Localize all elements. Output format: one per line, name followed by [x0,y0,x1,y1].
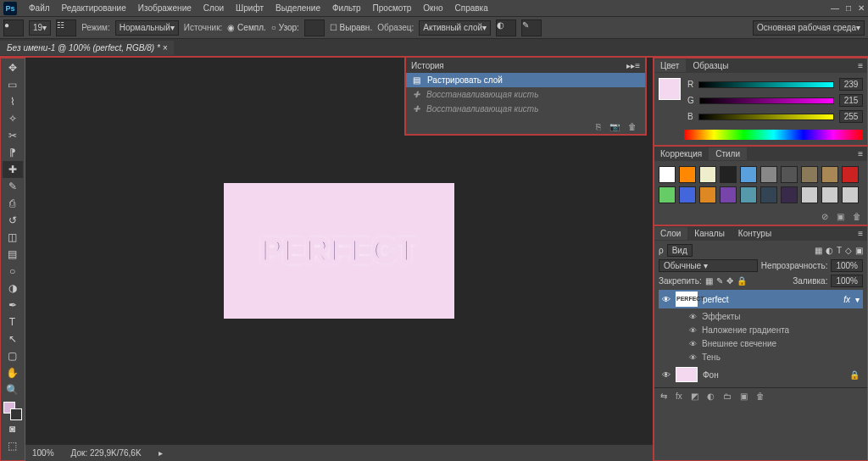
path-tool[interactable]: ↖ [3,330,23,347]
clear-style-icon[interactable]: ⊘ [821,212,828,221]
channels-tab[interactable]: Каналы [687,227,732,240]
fx-badge[interactable]: fx [843,295,850,304]
history-row[interactable]: ▤ Растрировать слой [406,73,645,87]
trash-icon[interactable]: 🗑 [853,212,861,221]
filter-smart-icon[interactable]: ▣ [855,246,863,255]
lock-pos-icon[interactable]: ✥ [726,276,733,286]
history-row[interactable]: ✚ Восстанавливающая кисть [406,87,645,102]
style-swatch[interactable] [821,186,838,203]
tool-preset[interactable]: ● [3,19,24,36]
collapse-icon[interactable]: ▸▸ [626,61,635,70]
menu-filter[interactable]: Фильтр [327,2,366,14]
link-icon[interactable]: ⇆ [660,392,667,401]
r-slider[interactable] [698,81,834,88]
blend-mode[interactable]: Обычные ▾ [659,259,758,272]
panel-menu-icon[interactable]: ≡ [853,149,868,158]
menu-image[interactable]: Изображение [133,2,197,14]
swatches-tab[interactable]: Образцы [686,59,735,72]
style-swatch[interactable] [699,166,716,183]
history-brush-tool[interactable]: ↺ [3,212,23,229]
panel-menu-icon[interactable]: ≡ [635,61,640,70]
lock-trans-icon[interactable]: ▦ [705,276,713,286]
style-swatch[interactable] [740,186,757,203]
fx-gradient[interactable]: 👁 Наложение градиента [659,325,863,336]
menu-window[interactable]: Окно [418,2,448,14]
style-swatch[interactable] [659,166,676,183]
dodge-tool[interactable]: ◑ [3,280,23,297]
menu-view[interactable]: Просмотр [368,2,417,14]
menu-edit[interactable]: Редактирование [57,2,131,14]
spectrum-picker[interactable] [684,130,863,140]
fx-outer-glow[interactable]: 👁 Внешнее свечение [659,338,863,349]
zoom-value[interactable]: 100% [32,448,54,458]
b-slider[interactable] [698,114,834,120]
eraser-tool[interactable]: ◫ [3,229,23,246]
quickmask-icon[interactable]: ◙ [3,420,23,437]
adjustments-tab[interactable]: Коррекция [654,147,709,160]
foreground-swatch[interactable] [659,78,681,100]
history-row[interactable]: ✚ Восстанавливающая кисть [406,102,645,116]
style-swatch[interactable] [659,186,676,203]
opacity-value[interactable]: 100% [831,259,863,272]
style-swatch[interactable] [842,166,859,183]
close-icon[interactable]: ✕ [858,3,865,13]
filter-adj-icon[interactable]: ◐ [826,246,833,255]
new-style-icon[interactable]: ▣ [837,212,844,221]
filter-pixel-icon[interactable]: ▦ [815,246,822,255]
snapshot-icon[interactable]: 📷 [609,122,620,131]
style-swatch[interactable] [842,186,859,203]
shape-tool[interactable]: ▢ [3,347,23,364]
lock-pixels-icon[interactable]: ✎ [716,276,723,286]
gradient-tool[interactable]: ▤ [3,246,23,263]
layer-row[interactable]: 👁 PERFECT perfect fx ▾ [659,290,863,308]
style-swatch[interactable] [801,186,818,203]
move-tool[interactable]: ✥ [3,59,23,76]
fx-expand-icon[interactable]: ▾ [855,295,860,304]
trash-icon[interactable]: 🗑 [756,392,765,401]
filter-shape-icon[interactable]: ◇ [845,246,852,255]
healing-tool[interactable]: ✚ [3,161,23,178]
workspace-select[interactable]: Основная рабочая среда ▾ [753,20,865,36]
info-arrow-icon[interactable]: ▸ [159,448,163,458]
menu-select[interactable]: Выделение [270,2,326,14]
zoom-tool[interactable]: 🔍 [3,381,23,398]
style-swatch[interactable] [699,186,716,203]
style-swatch[interactable] [760,166,777,183]
style-swatch[interactable] [760,186,777,203]
sampled-radio[interactable]: ◉ Семпл. [227,23,265,32]
screenmode-icon[interactable]: ⬚ [3,437,23,454]
style-swatch[interactable] [781,186,798,203]
document-tab[interactable]: Без имени-1 @ 100% (perfect, RGB/8) * × [0,41,174,55]
visibility-icon[interactable]: 👁 [662,295,670,304]
type-tool[interactable]: T [3,314,23,330]
ignore-adj-icon[interactable]: ◐ [496,19,516,36]
lasso-tool[interactable]: ⌇ [3,93,23,110]
style-swatch[interactable] [720,186,737,203]
blur-tool[interactable]: ○ [3,263,23,280]
style-swatch[interactable] [679,186,696,203]
style-swatch[interactable] [720,166,737,183]
layer-name[interactable]: Фон [703,370,719,380]
layer-thumb[interactable] [676,367,698,382]
wand-tool[interactable]: ✧ [3,110,23,127]
group-icon[interactable]: 🗀 [723,392,732,401]
pressure-icon[interactable]: ✎ [521,19,542,36]
color-tab[interactable]: Цвет [654,59,686,72]
paths-tab[interactable]: Контуры [732,227,778,240]
fx-shadow[interactable]: 👁 Тень [659,352,863,363]
styles-tab[interactable]: Стили [709,147,747,160]
trash-icon[interactable]: 🗑 [628,122,637,131]
style-swatch[interactable] [781,166,798,183]
mode-select[interactable]: Нормальный ▾ [115,20,179,36]
hand-tool[interactable]: ✋ [3,364,23,381]
fx-icon[interactable]: fx [676,392,682,401]
brush-preset[interactable]: 19 ▾ [29,20,51,36]
g-value[interactable]: 215 [839,94,863,107]
panel-menu-icon[interactable]: ≡ [853,61,868,70]
pattern-picker[interactable] [304,19,325,36]
b-value[interactable]: 255 [839,110,863,123]
brush-tool[interactable]: ✎ [3,178,23,195]
style-swatch[interactable] [801,166,818,183]
menu-file[interactable]: Файл [24,2,55,14]
marquee-tool[interactable]: ▭ [3,76,23,93]
